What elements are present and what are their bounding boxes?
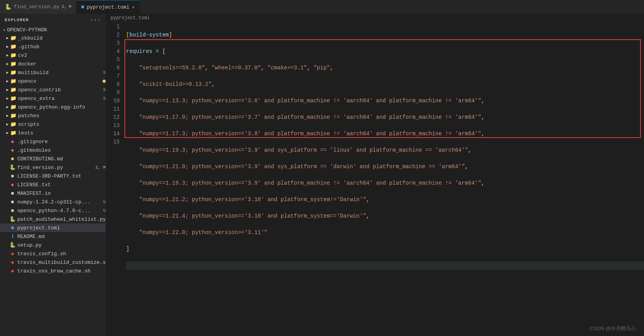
sidebar-item-numpy[interactable]: ■ numpy-1.24.2-cp311-cp... U: [0, 198, 106, 206]
sidebar: EXPLORER ··· ▾ OPENCV-PYTHON ▶ 📁 _skbuil…: [0, 14, 106, 336]
tab-bar: 🐍 find_version.py 2, M ■ pyproject.toml …: [0, 0, 644, 14]
tab-pyproject[interactable]: ■ pyproject.toml ✕: [76, 0, 140, 14]
item-tests-label: tests: [18, 130, 106, 136]
ln-4: 4: [110, 47, 120, 56]
item-cv2-label: cv2: [18, 53, 106, 58]
ln-13: 13: [110, 122, 120, 130]
sidebar-item-pyproject[interactable]: ■ pyproject.toml: [0, 223, 106, 232]
folder-icon: 📁: [10, 61, 16, 67]
sidebar-item-gitmodules[interactable]: ◆ .gitmodules: [0, 146, 106, 154]
ln-3: 3: [110, 39, 120, 47]
sidebar-item-tests[interactable]: ▶ 📁 tests: [0, 129, 106, 137]
folder-icon: 📁: [10, 69, 16, 76]
sidebar-item-egg-info[interactable]: ▶ 📁 opencv_python.egg-info: [0, 103, 106, 111]
code-line-9: "numpy==1.21.0; python_version<='3.9' an…: [126, 163, 644, 171]
badge-s: S: [103, 70, 106, 75]
item-opencv-python-label: opencv_python-4.7.0-c...: [17, 208, 100, 214]
folder-icon: 📁: [10, 87, 16, 93]
item-opencv-extra-label: opencv_extra: [18, 96, 100, 102]
line-numbers: 1 2 3 4 5 6 7 8 9 10 11 12 13 14 15: [106, 23, 124, 336]
sidebar-item-github[interactable]: ▶ 📁 .github: [0, 42, 106, 51]
folder-icon: 📁: [10, 95, 16, 102]
folder-icon: 📁: [10, 52, 16, 58]
sidebar-item-opencv-python[interactable]: ■ opencv_python-4.7.0-c... U: [0, 206, 106, 215]
item-find-version-badge: 2, M: [96, 165, 106, 170]
code-line-7: "numpy==1.17.3; python_version=='3.8' an…: [126, 130, 644, 138]
chevron-right-icon: ▶: [6, 122, 9, 127]
folder-icon: 📁: [10, 113, 16, 119]
chevron-right-icon: ▶: [6, 87, 9, 92]
code-line-10: "numpy==1.19.3; python_version=='3.9' an…: [126, 179, 644, 187]
sidebar-header-icons: ···: [90, 17, 101, 23]
sidebar-item-license[interactable]: ◆ LICENSE.txt: [0, 180, 106, 189]
sidebar-item-gitignore[interactable]: ◆ .gitignore: [0, 137, 106, 146]
code-line-1: [build-system]: [126, 31, 644, 39]
sidebar-header: EXPLORER ···: [0, 14, 106, 26]
code-line-2: requires = [: [126, 47, 644, 56]
code-area[interactable]: 1 2 3 4 5 6 7 8 9 10 11 12 13 14 15 [bui…: [106, 23, 644, 336]
folder-icon: 📁: [10, 44, 16, 50]
item-manifest-label: MANIFEST.in: [17, 191, 106, 196]
sidebar-item-readme[interactable]: ℹ README.md: [0, 232, 106, 241]
folder-icon: 📁: [10, 130, 16, 136]
sidebar-item-cv2[interactable]: ▶ 📁 cv2: [0, 51, 106, 60]
ln-14: 14: [110, 130, 120, 138]
item-license-label: LICENSE.txt: [17, 182, 106, 188]
tab-find-version-label: find_version.py: [14, 4, 60, 10]
ln-10: 10: [110, 97, 120, 105]
sidebar-item-license-3rd[interactable]: ■ LICENSE-3RD-PARTY.txt: [0, 172, 106, 180]
code-line-4: "scikit-build>=0.13.2",: [126, 80, 644, 89]
item-pyproject-label: pyproject.toml: [17, 225, 106, 231]
sidebar-item-opencv-extra[interactable]: ▶ 📁 opencv_extra S: [0, 94, 106, 103]
sidebar-item-contributing[interactable]: ■ CONTRIBUTING.md: [0, 154, 106, 163]
chevron-right-icon: ▶: [6, 70, 9, 75]
ln-9: 9: [110, 89, 120, 97]
sidebar-item-patches[interactable]: ▶ 📁 patches: [0, 111, 106, 120]
more-icon[interactable]: ···: [90, 17, 101, 23]
chevron-right-icon: ▶: [6, 62, 9, 66]
item-opencv-label: opencv: [18, 78, 101, 84]
item-travis-osx-label: travis_osx_brew_cache.sh: [17, 268, 106, 274]
sidebar-item-setup[interactable]: 🐍 setup.py: [0, 241, 106, 249]
tab-close-icon[interactable]: ✕: [132, 4, 135, 10]
code-content[interactable]: [build-system] requires = [ "setuptools=…: [124, 23, 644, 336]
ln-2: 2: [110, 31, 120, 39]
chevron-right-icon: ▶: [6, 79, 9, 84]
item-patches-label: patches: [18, 113, 106, 119]
chevron-right-icon: ▶: [6, 113, 9, 118]
item-readme-label: README.md: [17, 234, 106, 240]
sidebar-item-scripts[interactable]: ▶ 📁 scripts: [0, 120, 106, 129]
item-gitmodules-label: .gitmodules: [17, 147, 106, 153]
sidebar-item-opencv-contrib[interactable]: ▶ 📁 opencv_contrib S: [0, 85, 106, 94]
chevron-right-icon: ▶: [6, 105, 9, 109]
sidebar-item-travis-config[interactable]: ◆ travis_config.sh: [0, 249, 106, 258]
ln-8: 8: [110, 80, 120, 89]
tab-find-version[interactable]: 🐍 find_version.py 2, M: [0, 0, 76, 14]
item-multibuild-label: multibuild: [18, 70, 100, 76]
breadcrumb: pyproject.toml: [106, 14, 644, 23]
breadcrumb-file: pyproject.toml: [110, 15, 150, 21]
sidebar-root[interactable]: ▾ OPENCV-PYTHON: [0, 26, 106, 34]
file-py-icon: 🐍: [9, 164, 16, 171]
main-content: EXPLORER ··· ▾ OPENCV-PYTHON ▶ 📁 _skbuil…: [0, 14, 644, 336]
badge-dot: [103, 80, 106, 83]
code-line-14: ]: [126, 245, 644, 253]
sidebar-item-multibuild[interactable]: ▶ 📁 multibuild S: [0, 68, 106, 77]
code-line-5: "numpy==1.13.3; python_version=='3.6' an…: [126, 97, 644, 105]
sidebar-item-docker[interactable]: ▶ 📁 docker: [0, 60, 106, 68]
sidebar-item-opencv[interactable]: ▶ 📁 opencv: [0, 77, 106, 85]
item-numpy-label: numpy-1.24.2-cp311-cp...: [17, 199, 100, 205]
sidebar-item-skbuild[interactable]: ▶ 📁 _skbuild: [0, 34, 106, 42]
folder-icon: 📁: [10, 35, 16, 41]
sidebar-item-manifest[interactable]: ■ MANIFEST.in: [0, 189, 106, 198]
folder-icon: 📁: [10, 104, 16, 110]
sidebar-item-patch-auditwheel[interactable]: 🐍 patch_auditwheel_whitelist.py: [0, 215, 106, 223]
code-line-8: "numpy==1.19.3; python_version<='3.9' an…: [126, 146, 644, 154]
sidebar-item-find-version[interactable]: 🐍 find_version.py 2, M: [0, 163, 106, 172]
item-skbuild-label: _skbuild: [18, 35, 106, 41]
editor: pyproject.toml 1 2 3 4 5 6 7 8 9 10 11: [106, 14, 644, 336]
item-find-version-label: find_version.py: [17, 165, 92, 171]
sidebar-item-travis-multibuild[interactable]: ◆ travis_multibuild_customize.sh: [0, 258, 106, 267]
sidebar-item-travis-osx[interactable]: ◆ travis_osx_brew_cache.sh: [0, 267, 106, 275]
file-info-icon: ℹ: [9, 233, 16, 240]
